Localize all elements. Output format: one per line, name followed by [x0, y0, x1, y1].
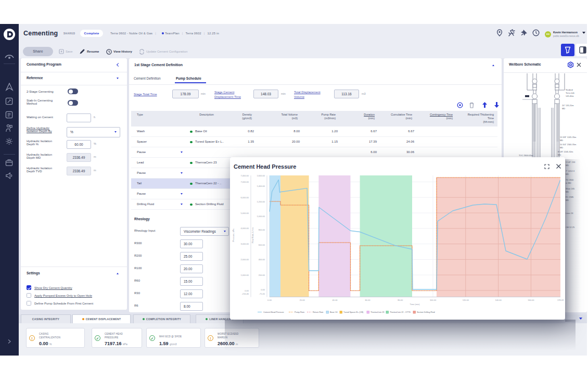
svg-text:7,000.00: 7,000.00: [240, 181, 249, 183]
svg-text:-71.05: -71.05: [259, 293, 265, 295]
svg-text:160.00: 160.00: [528, 299, 534, 301]
svg-text:80.00: 80.00: [398, 299, 403, 301]
svg-text:Time (min): Time (min): [410, 303, 420, 306]
svg-text:20.00: 20.00: [300, 299, 305, 301]
svg-text:140.00: 140.00: [495, 299, 502, 301]
svg-text:178.09: 178.09: [557, 299, 564, 301]
svg-text:Base Oil: Base Oil: [330, 311, 338, 313]
svg-text:600.00: 600.00: [259, 244, 265, 246]
svg-text:1,400.00: 1,400.00: [257, 185, 265, 187]
svg-text:Cement Head Pressure: Cement Head Pressure: [263, 311, 284, 313]
svg-text:120.00: 120.00: [463, 299, 469, 301]
svg-text:0.00: 0.00: [261, 288, 265, 291]
svg-text:Return Rate: Return Rate: [313, 311, 323, 313]
svg-text:Tuned Spacer E+ (CB): Tuned Spacer E+ (CB): [343, 311, 364, 313]
svg-text:Flow Rate, L/min: Flow Rate, L/min: [251, 227, 254, 243]
svg-text:1,000.00: 1,000.00: [257, 215, 265, 218]
svg-text:1,200.00: 1,200.00: [257, 200, 265, 203]
svg-text:4,000.00: 4,000.00: [240, 227, 249, 230]
svg-text:6,000.00: 6,000.00: [240, 196, 249, 199]
svg-text:60.00: 60.00: [365, 299, 370, 301]
svg-text:5,000.00: 5,000.00: [240, 212, 249, 214]
svg-text:ThermaCem 22 - OTTS: ThermaCem 22 - OTTS: [390, 311, 411, 313]
svg-text:1,600.00: 1,600.00: [257, 174, 265, 177]
svg-text:7,400.00: 7,400.00: [240, 174, 249, 177]
svg-text:1,000.00: 1,000.00: [240, 274, 249, 276]
svg-text:400.00: 400.00: [259, 258, 265, 261]
svg-text:-216.46: -216.46: [241, 293, 249, 295]
svg-text:ThermaCem 23: ThermaCem 23: [370, 311, 384, 313]
svg-text:0.00: 0.00: [267, 299, 272, 301]
svg-text:Pressure, kPa: Pressure, kPa: [232, 229, 235, 242]
svg-text:800.00: 800.00: [259, 229, 265, 231]
svg-text:40.00: 40.00: [333, 299, 338, 301]
svg-text:0.00: 0.00: [245, 289, 249, 292]
svg-text:Section Drilling Fluid: Section Drilling Fluid: [417, 311, 435, 313]
svg-text:3,000.00: 3,000.00: [240, 243, 249, 245]
svg-text:100.00: 100.00: [430, 299, 437, 301]
svg-text:200.00: 200.00: [259, 274, 265, 276]
svg-text:Pump Rate: Pump Rate: [295, 311, 304, 313]
svg-text:2,000.00: 2,000.00: [240, 258, 249, 261]
